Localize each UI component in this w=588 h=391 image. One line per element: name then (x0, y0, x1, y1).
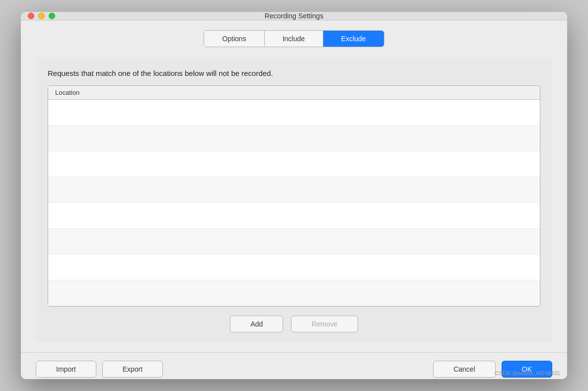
tabs-row: Options Include Exclude (36, 30, 552, 47)
panel-description: Requests that match one of the locations… (48, 69, 540, 77)
cancel-button[interactable]: Cancel (433, 361, 496, 378)
table-row[interactable] (48, 151, 540, 177)
add-button[interactable]: Add (230, 316, 283, 332)
tab-group: Options Include Exclude (204, 30, 384, 47)
table-row[interactable] (48, 255, 540, 280)
table-row[interactable] (48, 126, 540, 151)
footer-left-buttons: Import Export (36, 361, 163, 378)
table-row[interactable] (48, 229, 540, 255)
tab-options[interactable]: Options (204, 31, 264, 47)
tab-exclude[interactable]: Exclude (323, 31, 384, 47)
location-column-header: Location (55, 89, 79, 96)
footer: Import Export Cancel OK (21, 352, 567, 379)
title-bar: Recording Settings (21, 12, 567, 20)
add-remove-buttons: Add Remove (48, 316, 540, 332)
remove-button[interactable]: Remove (291, 316, 358, 332)
table-row[interactable] (48, 177, 540, 203)
tab-include[interactable]: Include (265, 31, 323, 47)
main-content: Options Include Exclude Requests that ma… (21, 20, 567, 352)
watermark: CSDN @weixin_40748431 (495, 370, 560, 376)
import-button[interactable]: Import (36, 361, 96, 378)
traffic-lights (28, 13, 55, 19)
close-button[interactable] (28, 13, 34, 19)
export-button[interactable]: Export (102, 361, 163, 378)
recording-settings-window: Recording Settings Options Include Exclu… (21, 12, 567, 379)
table-body (48, 100, 540, 306)
location-table: Location (48, 85, 540, 307)
minimize-button[interactable] (38, 13, 45, 19)
table-row[interactable] (48, 203, 540, 229)
table-header: Location (48, 86, 540, 100)
table-row[interactable] (48, 280, 540, 306)
exclude-panel: Requests that match one of the locations… (36, 57, 552, 342)
window-title: Recording Settings (265, 12, 323, 20)
table-row[interactable] (48, 100, 540, 126)
maximize-button[interactable] (49, 13, 55, 19)
